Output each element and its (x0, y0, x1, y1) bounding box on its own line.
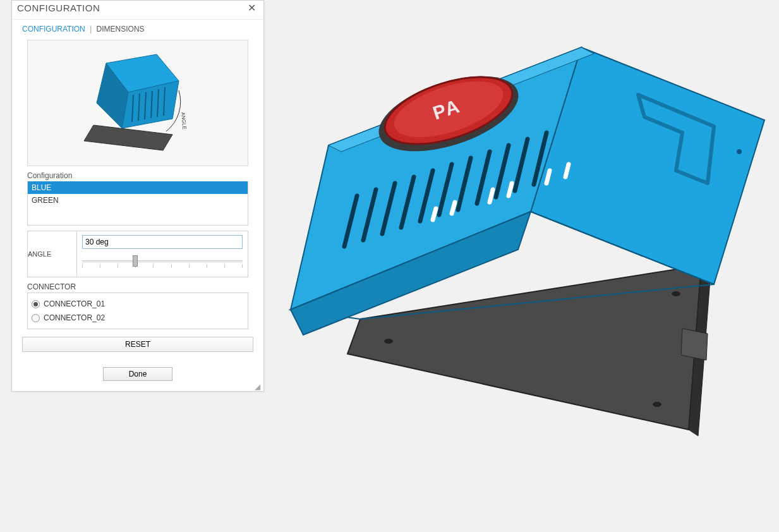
panel-header: CONFIGURATION ✕ (12, 1, 263, 20)
tab-dimensions[interactable]: DIMENSIONS (97, 25, 145, 33)
svg-point-14 (653, 402, 661, 407)
configuration-list[interactable]: BLUE GREEN (27, 181, 248, 226)
svg-line-34 (433, 209, 436, 220)
model-viewport[interactable]: PA (272, 0, 779, 532)
panel-title: CONFIGURATION (17, 3, 100, 13)
model-render: PA (272, 0, 777, 518)
svg-line-37 (509, 183, 512, 196)
configuration-label: Configuration (12, 171, 263, 180)
angle-label: ANGLE (27, 231, 76, 277)
angle-slider-thumb[interactable] (133, 255, 138, 267)
reset-button[interactable]: RESET (22, 337, 253, 352)
config-option-green[interactable]: GREEN (28, 194, 248, 207)
svg-text:ANGLE: ANGLE (180, 112, 187, 130)
resize-grip-icon: ◢ (255, 382, 262, 390)
svg-line-35 (452, 202, 455, 214)
configuration-panel: CONFIGURATION ✕ CONFIGURATION | DIMENSIO… (11, 0, 264, 392)
config-option-blue[interactable]: BLUE (28, 181, 248, 194)
svg-point-15 (672, 291, 680, 296)
svg-line-39 (565, 164, 569, 177)
panel-tabs: CONFIGURATION | DIMENSIONS (12, 20, 263, 37)
svg-point-18 (737, 149, 742, 154)
tab-configuration[interactable]: CONFIGURATION (22, 25, 85, 33)
radio-connector-01[interactable]: CONNECTOR_01 (32, 297, 244, 311)
connector-group: CONNECTOR_01 CONNECTOR_02 (27, 293, 248, 329)
close-icon[interactable]: ✕ (245, 1, 258, 15)
preview-svg: ANGLE (71, 43, 204, 163)
radio-icon (32, 300, 40, 308)
connector-label: CONNECTOR (27, 282, 248, 291)
angle-row: ANGLE (27, 231, 248, 277)
svg-marker-0 (84, 125, 172, 150)
angle-input[interactable] (82, 235, 243, 249)
svg-marker-16 (681, 329, 708, 360)
done-button[interactable]: Done (103, 367, 172, 381)
radio-connector-02[interactable]: CONNECTOR_02 (32, 311, 244, 325)
preview-thumbnail: ANGLE (27, 40, 248, 166)
radio-label: CONNECTOR_02 (44, 313, 105, 322)
radio-label: CONNECTOR_01 (44, 299, 105, 308)
tab-separator: | (90, 25, 92, 33)
radio-icon (32, 314, 40, 322)
angle-slider[interactable] (82, 254, 243, 272)
svg-line-38 (547, 171, 550, 183)
svg-line-36 (490, 190, 493, 202)
svg-point-13 (384, 339, 393, 344)
